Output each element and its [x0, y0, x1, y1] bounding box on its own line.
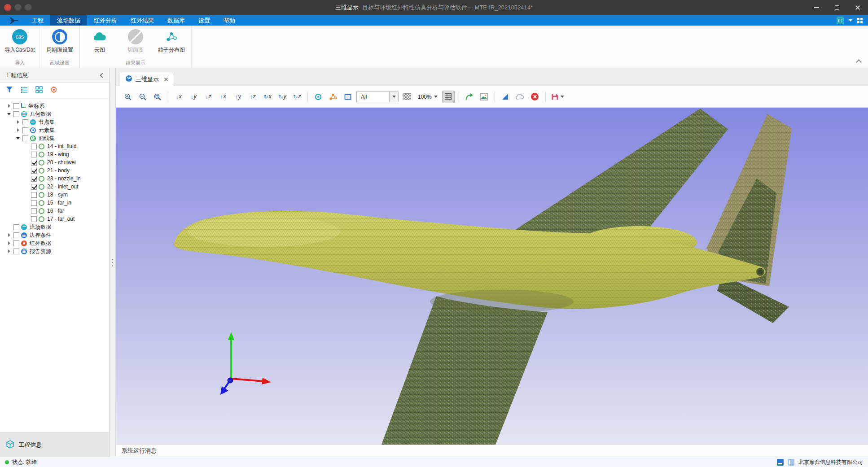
tab-help[interactable]: 帮助	[217, 15, 242, 26]
tree-item-checkbox[interactable]	[31, 184, 37, 190]
tree-item-report-resource[interactable]: 报告资源	[0, 247, 109, 255]
tree-item-checkbox[interactable]	[22, 135, 28, 141]
tree-item-far-in[interactable]: 15 - far_in	[0, 199, 109, 207]
period-face-settings-button[interactable]: 周期面设置	[42, 28, 78, 54]
layout-left-panel-icon[interactable]	[788, 459, 794, 466]
import-cas-dat-button[interactable]: cas 导入Cas/Dat	[2, 28, 38, 54]
tree-expand-arrow-icon[interactable]	[6, 113, 12, 115]
maximize-button[interactable]	[827, 0, 847, 15]
view-down-x-button[interactable]: ↓x	[172, 91, 185, 103]
view-rotate-z-button[interactable]: ↻z	[291, 91, 303, 103]
viewport-3d[interactable]	[116, 108, 868, 445]
display-filter-dropdown-button[interactable]	[389, 92, 398, 102]
filter-icon[interactable]	[6, 86, 13, 95]
tree-item-flow-field-data[interactable]: 流场数据	[0, 223, 109, 231]
export-forward-button[interactable]	[463, 91, 476, 103]
tree-item-checkbox[interactable]	[31, 144, 37, 149]
tree-item-inlet-out[interactable]: 22 - inlet_out	[0, 183, 109, 191]
mesh-grid-toggle-button[interactable]	[442, 91, 455, 103]
tree-item-wing[interactable]: 19 - wing	[0, 150, 109, 158]
clear-delete-button[interactable]	[529, 91, 541, 103]
view-up-y-button[interactable]: ↑y	[232, 91, 244, 103]
tab-database[interactable]: 数据库	[161, 15, 192, 26]
view-down-z-button[interactable]: ↓z	[202, 91, 215, 103]
opacity-percent-combo[interactable]: 100%	[416, 91, 440, 103]
tree-item-infrared-data[interactable]: 红外数据	[0, 239, 109, 247]
tree-item-node-set[interactable]: 节点集	[0, 118, 109, 126]
menubar-caret-icon[interactable]	[849, 19, 852, 22]
snapshot-button[interactable]	[478, 91, 491, 103]
save-view-button[interactable]	[550, 91, 566, 103]
project-panel-bottom-tab[interactable]: 工程信息	[0, 432, 109, 457]
tree-expand-arrow-icon[interactable]	[15, 120, 21, 124]
tab-infrared-analysis[interactable]: 红外分析	[87, 15, 124, 26]
tree-item-checkbox[interactable]	[13, 111, 19, 117]
zoom-out-button[interactable]	[136, 91, 149, 103]
target-locate-icon[interactable]	[50, 86, 57, 95]
tree-item-checkbox[interactable]	[22, 127, 28, 133]
tree-expand-arrow-icon[interactable]	[15, 137, 21, 140]
panel-collapse-icon[interactable]	[100, 73, 105, 78]
tab-engineering[interactable]: 工程	[25, 15, 50, 26]
tree-item-checkbox[interactable]	[31, 168, 37, 174]
tree-item-body[interactable]: 21 - body	[0, 166, 109, 175]
view-up-z-button[interactable]: ↑z	[246, 91, 259, 103]
grid-view-icon[interactable]	[35, 86, 43, 95]
tree-item-nozzle-in[interactable]: 23 - nozzle_in	[0, 175, 109, 183]
mirror-button[interactable]	[499, 91, 512, 103]
tree-item-checkbox[interactable]	[31, 152, 37, 157]
tree-item-coordinate-system[interactable]: 坐标系	[0, 102, 109, 110]
tree-item-checkbox[interactable]	[31, 200, 37, 206]
cloud-display-button[interactable]	[514, 91, 526, 103]
tree-expand-arrow-icon[interactable]	[6, 249, 12, 253]
view-rotate-y-button[interactable]: ↻y	[276, 91, 289, 103]
tree-item-checkbox[interactable]	[13, 224, 19, 230]
tree-item-int-fluid[interactable]: 14 - int_fluid	[0, 142, 109, 150]
menubar-widget-icon[interactable]	[837, 17, 844, 24]
tree-expand-arrow-icon[interactable]	[6, 241, 12, 245]
tree-item-checkbox[interactable]	[13, 249, 19, 254]
display-filter-combo[interactable]: All	[356, 92, 399, 102]
app-red-circle-button[interactable]	[4, 4, 11, 11]
tab-infrared-results[interactable]: 红外结果	[124, 15, 161, 26]
tree-item-chuiwei[interactable]: 20 - chuiwei	[0, 158, 109, 166]
layout-bottom-panel-icon[interactable]	[777, 459, 784, 466]
tree-item-far[interactable]: 16 - far	[0, 207, 109, 215]
zoom-fit-button[interactable]	[151, 91, 164, 103]
tree-item-checkbox[interactable]	[13, 240, 19, 246]
ribbon-collapse-button[interactable]	[856, 59, 862, 65]
particles-toggle-button[interactable]	[327, 91, 339, 103]
tree-item-checkbox[interactable]	[22, 119, 28, 125]
view-down-y-button[interactable]: ↓y	[187, 91, 200, 103]
view-rotate-x-button[interactable]: ↻x	[261, 91, 274, 103]
tree-item-far-out[interactable]: 17 - far_out	[0, 215, 109, 223]
cloud-map-button[interactable]: 云图	[82, 28, 118, 54]
tab-flow-field-data[interactable]: 流场数据	[50, 15, 87, 26]
tree-item-checkbox[interactable]	[31, 176, 37, 182]
tab-3d-display[interactable]: 三维显示	[120, 72, 173, 86]
tab-close-icon[interactable]	[163, 77, 168, 82]
tree-item-checkbox[interactable]	[31, 192, 37, 198]
tree-item-checkbox[interactable]	[13, 103, 19, 109]
tree-item-checkbox[interactable]	[31, 208, 37, 214]
panel-splitter[interactable]	[110, 68, 116, 457]
menubar-grid-icon[interactable]	[857, 18, 863, 23]
close-button[interactable]	[847, 0, 868, 15]
tree-expand-arrow-icon[interactable]	[6, 233, 12, 237]
tree-expand-arrow-icon[interactable]	[6, 104, 12, 108]
tab-settings[interactable]: 设置	[192, 15, 217, 26]
tree-item-face-set[interactable]: 面线集	[0, 134, 109, 142]
probe-pin-button[interactable]	[312, 91, 324, 103]
minimize-button[interactable]	[806, 0, 827, 15]
particle-distribution-button[interactable]: 粒子分布图	[153, 28, 189, 54]
view-up-x-button[interactable]: ↑x	[217, 91, 229, 103]
opacity-pattern-button[interactable]	[401, 91, 413, 103]
app-gray-circle-button-2[interactable]	[25, 4, 32, 11]
tree-expand-arrow-icon[interactable]	[15, 128, 21, 132]
tree-item-sym[interactable]: 18 - sym	[0, 191, 109, 199]
list-view-icon[interactable]	[21, 86, 28, 95]
tree-item-element-set[interactable]: 元素集	[0, 126, 109, 134]
tree-item-boundary-condition[interactable]: 边界条件	[0, 231, 109, 239]
app-gray-circle-button-1[interactable]	[14, 4, 22, 11]
tree-item-checkbox[interactable]	[31, 160, 37, 166]
